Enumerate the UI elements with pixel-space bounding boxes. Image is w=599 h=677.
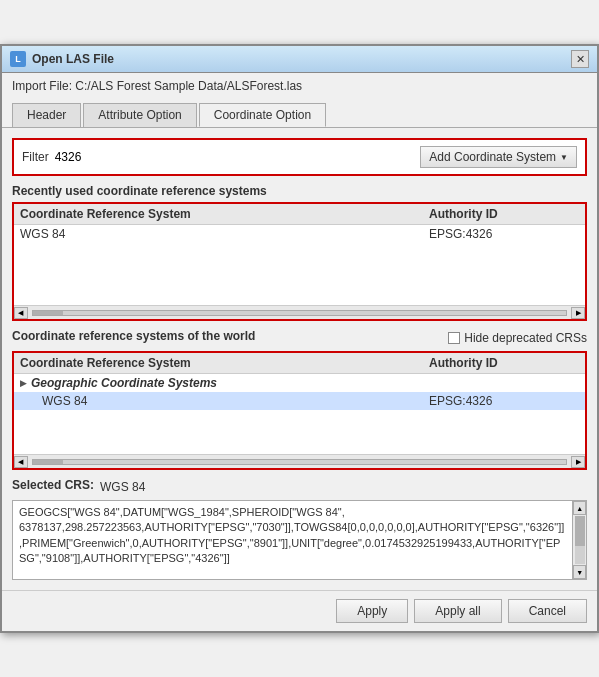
wkt-scroll-down[interactable]: ▼ [573, 565, 586, 579]
main-window: L Open LAS File ✕ Import File: C:/ALS Fo… [0, 44, 599, 633]
wkt-scroll-up[interactable]: ▲ [573, 501, 586, 515]
crs-cell: WGS 84 [42, 394, 429, 408]
world-section-title: Coordinate reference systems of the worl… [12, 329, 255, 343]
crs-cell: WGS 84 [20, 227, 429, 241]
dropdown-arrow-icon: ▼ [560, 153, 568, 162]
filter-row: Filter Add Coordinate System ▼ [12, 138, 587, 176]
close-button[interactable]: ✕ [571, 50, 589, 68]
world-section-header: Coordinate reference systems of the worl… [12, 329, 587, 347]
scroll-track-2 [32, 459, 567, 465]
button-row: Apply Apply all Cancel [2, 590, 597, 631]
scroll-track-1 [32, 310, 567, 316]
app-icon: L [10, 51, 26, 67]
tab-header[interactable]: Header [12, 103, 81, 127]
title-bar-left: L Open LAS File [10, 51, 114, 67]
group-row[interactable]: ▶ Geographic Coordinate Systems [14, 374, 585, 392]
col-header-auth-1: Authority ID [429, 207, 579, 221]
world-crs-header: Coordinate Reference System Authority ID [14, 353, 585, 374]
horizontal-scrollbar-2[interactable]: ◀ ▶ [14, 454, 585, 468]
expand-icon: ▶ [20, 378, 27, 388]
table-row[interactable]: WGS 84 EPSG:4326 [14, 225, 585, 243]
world-crs-body: ▶ Geographic Coordinate Systems WGS 84 E… [14, 374, 585, 454]
filter-input[interactable] [55, 150, 415, 164]
tab-attribute-option[interactable]: Attribute Option [83, 103, 196, 127]
recently-used-table: Coordinate Reference System Authority ID… [12, 202, 587, 321]
recently-used-header: Coordinate Reference System Authority ID [14, 204, 585, 225]
wkt-scrollbar[interactable]: ▲ ▼ [573, 500, 587, 580]
selected-crs-row: Selected CRS: WGS 84 [12, 478, 587, 496]
scroll-thumb-1 [33, 311, 63, 315]
import-path: Import File: C:/ALS Forest Sample Data/A… [2, 73, 597, 99]
title-bar: L Open LAS File ✕ [2, 46, 597, 73]
apply-all-button[interactable]: Apply all [414, 599, 501, 623]
selected-crs-value: WGS 84 [100, 480, 145, 494]
tab-content: Filter Add Coordinate System ▼ Recently … [2, 128, 597, 590]
cancel-button[interactable]: Cancel [508, 599, 587, 623]
col-header-crs-1: Coordinate Reference System [20, 207, 429, 221]
add-coordinate-label: Add Coordinate System [429, 150, 556, 164]
window-title: Open LAS File [32, 52, 114, 66]
wkt-container: ▲ ▼ [12, 500, 587, 580]
wkt-textarea[interactable] [12, 500, 573, 580]
scroll-right-arrow[interactable]: ▶ [571, 307, 585, 319]
scroll-left-arrow[interactable]: ◀ [14, 307, 28, 319]
add-coordinate-button[interactable]: Add Coordinate System ▼ [420, 146, 577, 168]
tabs-bar: Header Attribute Option Coordinate Optio… [2, 99, 597, 128]
wkt-scroll-thumb [575, 516, 585, 546]
auth-cell: EPSG:4326 [429, 394, 579, 408]
selected-crs-label: Selected CRS: [12, 478, 94, 492]
table-row[interactable]: WGS 84 EPSG:4326 [14, 392, 585, 410]
col-header-crs-2: Coordinate Reference System [20, 356, 429, 370]
group-name: Geographic Coordinate Systems [31, 376, 217, 390]
hide-deprecated-checkbox[interactable] [448, 332, 460, 344]
scroll-left-arrow-2[interactable]: ◀ [14, 456, 28, 468]
col-header-auth-2: Authority ID [429, 356, 579, 370]
world-crs-table: Coordinate Reference System Authority ID… [12, 351, 587, 470]
filter-label: Filter [22, 150, 49, 164]
scroll-thumb-2 [33, 460, 63, 464]
tab-coordinate-option[interactable]: Coordinate Option [199, 103, 326, 127]
recently-used-title: Recently used coordinate reference syste… [12, 184, 587, 198]
hide-deprecated-label: Hide deprecated CRSs [464, 331, 587, 345]
hide-deprecated-row: Hide deprecated CRSs [448, 331, 587, 345]
auth-cell: EPSG:4326 [429, 227, 579, 241]
wkt-scroll-track [575, 516, 585, 564]
recently-used-body: WGS 84 EPSG:4326 [14, 225, 585, 305]
horizontal-scrollbar-1[interactable]: ◀ ▶ [14, 305, 585, 319]
apply-button[interactable]: Apply [336, 599, 408, 623]
scroll-right-arrow-2[interactable]: ▶ [571, 456, 585, 468]
